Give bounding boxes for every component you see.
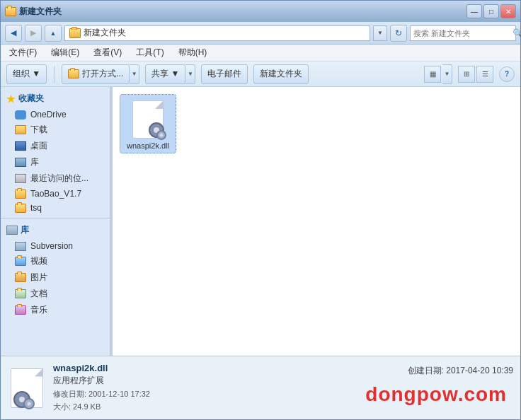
file-item-dll[interactable]: wnaspi2k.dll bbox=[120, 94, 176, 153]
organize-group: 组织 ▼ bbox=[6, 64, 47, 84]
organize-label: 组织 ▼ bbox=[13, 68, 40, 80]
taobao-label: TaoBao_V1.7 bbox=[30, 189, 81, 199]
large-icons-button[interactable]: ⊞ bbox=[458, 66, 475, 83]
sidebar-item-desktop[interactable]: 桌面 bbox=[1, 138, 110, 154]
title-bar: 新建文件夹 — □ ✕ bbox=[1, 1, 520, 22]
favorites-section[interactable]: ★ 收藏夹 bbox=[1, 90, 110, 107]
photo-label: 图片 bbox=[30, 272, 47, 284]
taobao-folder-icon bbox=[15, 189, 26, 199]
close-button[interactable]: ✕ bbox=[500, 4, 516, 18]
desktop-icon bbox=[15, 141, 26, 151]
address-text: 新建文件夹 bbox=[84, 27, 126, 39]
file-label: wnaspi2k.dll bbox=[127, 141, 169, 150]
share-group: 共享 ▼ ▼ bbox=[145, 64, 195, 84]
video-label: 视频 bbox=[30, 255, 47, 267]
video-icon bbox=[15, 257, 26, 266]
gear-overlay bbox=[147, 120, 166, 140]
doc-label: 文档 bbox=[30, 288, 47, 300]
sidebar-item-subversion[interactable]: Subversion bbox=[1, 239, 110, 253]
open-with-dropdown[interactable]: ▼ bbox=[130, 64, 139, 84]
sidebar-item-photo[interactable]: 图片 bbox=[1, 269, 110, 286]
back-button[interactable]: ◀ bbox=[5, 25, 22, 42]
sidebar-item-library[interactable]: 库 bbox=[1, 154, 110, 170]
main-window: 新建文件夹 — □ ✕ ◀ ▶ ▲ 新建文件夹 ▼ ↻ 🔍 文件(F) 编辑(E… bbox=[0, 0, 521, 420]
forward-button[interactable]: ▶ bbox=[25, 25, 42, 42]
doc-icon bbox=[15, 289, 26, 298]
photo-icon bbox=[15, 273, 26, 282]
menu-edit[interactable]: 编辑(E) bbox=[48, 45, 82, 60]
help-button[interactable]: ? bbox=[499, 66, 515, 82]
share-dropdown[interactable]: ▼ bbox=[185, 64, 195, 84]
library-section[interactable]: 库 bbox=[1, 221, 110, 239]
desktop-label: 桌面 bbox=[30, 140, 47, 152]
organize-button[interactable]: 组织 ▼ bbox=[6, 64, 47, 84]
new-folder-label: 新建文件夹 bbox=[260, 68, 302, 80]
open-with-button[interactable]: 打开方式... bbox=[62, 64, 130, 84]
music-label: 音乐 bbox=[30, 304, 47, 316]
recent-icon bbox=[15, 174, 26, 183]
sidebar: ★ 收藏夹 OneDrive 下载 桌面 库 最近访问的位... bbox=[1, 87, 110, 356]
share-button[interactable]: 共享 ▼ bbox=[145, 64, 185, 84]
status-bar: wnaspi2k.dll 应用程序扩展 修改日期: 2001-12-10 17:… bbox=[1, 356, 520, 419]
sidebar-item-taobao[interactable]: TaoBao_V1.7 bbox=[1, 187, 110, 201]
star-icon: ★ bbox=[6, 93, 16, 105]
status-gear-small bbox=[23, 398, 35, 409]
sidebar-item-doc[interactable]: 文档 bbox=[1, 286, 110, 302]
favorites-label: 收藏夹 bbox=[18, 93, 44, 105]
view-controls: ▦ ▼ ⊞ ☰ ? bbox=[424, 64, 515, 84]
email-button[interactable]: 电子邮件 bbox=[201, 64, 248, 84]
status-info: wnaspi2k.dll 应用程序扩展 修改日期: 2001-12-10 17:… bbox=[53, 363, 401, 413]
sidebar-item-music[interactable]: 音乐 bbox=[1, 302, 110, 318]
up-button[interactable]: ▲ bbox=[45, 25, 62, 42]
details-button[interactable]: ☰ bbox=[476, 66, 493, 83]
subversion-icon bbox=[15, 242, 26, 251]
sidebar-item-tsq[interactable]: tsq bbox=[1, 201, 110, 215]
toolbar: 组织 ▼ 打开方式... ▼ 共享 ▼ ▼ 电子邮件 新建文件夹 ▦ ▼ bbox=[1, 62, 520, 87]
window-title: 新建文件夹 bbox=[19, 6, 62, 18]
menu-file[interactable]: 文件(F) bbox=[6, 45, 40, 60]
tsq-label: tsq bbox=[30, 203, 42, 213]
sidebar-item-onedrive[interactable]: OneDrive bbox=[1, 107, 110, 122]
sidebar-item-video[interactable]: 视频 bbox=[1, 253, 110, 269]
open-with-label: 打开方式... bbox=[82, 68, 123, 80]
address-dropdown-button[interactable]: ▼ bbox=[373, 25, 387, 41]
share-label: 共享 ▼ bbox=[151, 68, 179, 80]
status-type: 应用程序扩展 bbox=[53, 375, 401, 387]
view-mode-button[interactable]: ▦ bbox=[424, 66, 441, 83]
search-input[interactable] bbox=[413, 29, 511, 37]
toolbar-separator-1 bbox=[54, 66, 55, 83]
library-section-icon bbox=[6, 226, 18, 235]
refresh-button[interactable]: ↻ bbox=[390, 25, 407, 42]
new-folder-button[interactable]: 新建文件夹 bbox=[253, 64, 309, 84]
status-size: 大小: 24.9 KB bbox=[53, 401, 401, 414]
view-mode-dropdown[interactable]: ▼ bbox=[442, 64, 452, 84]
status-created: 创建日期: 2017-04-20 10:39 bbox=[408, 361, 513, 377]
menu-view[interactable]: 查看(V) bbox=[91, 45, 125, 60]
maximize-button[interactable]: □ bbox=[483, 4, 499, 18]
library-section-label: 库 bbox=[21, 224, 29, 236]
onedrive-icon bbox=[15, 110, 26, 119]
menu-help[interactable]: 帮助(H) bbox=[176, 45, 210, 60]
title-bar-left: 新建文件夹 bbox=[5, 6, 466, 18]
onedrive-label: OneDrive bbox=[30, 110, 67, 119]
sidebar-divider bbox=[1, 218, 110, 218]
search-icon[interactable]: 🔍 bbox=[513, 28, 521, 39]
library-icon bbox=[15, 158, 26, 167]
library-label: 库 bbox=[30, 156, 39, 168]
status-filename: wnaspi2k.dll bbox=[53, 363, 401, 373]
email-label: 电子邮件 bbox=[207, 68, 241, 80]
status-modified: 修改日期: 2001-12-10 17:32 bbox=[53, 388, 401, 401]
sidebar-item-download[interactable]: 下载 bbox=[1, 122, 110, 138]
sidebar-item-recent[interactable]: 最近访问的位... bbox=[1, 170, 110, 187]
address-path[interactable]: 新建文件夹 bbox=[64, 25, 370, 41]
menu-tools[interactable]: 工具(T) bbox=[133, 45, 166, 60]
file-area[interactable]: wnaspi2k.dll bbox=[113, 87, 520, 356]
music-icon bbox=[15, 305, 26, 315]
minimize-button[interactable]: — bbox=[466, 4, 482, 18]
open-with-folder-icon bbox=[68, 69, 79, 78]
subversion-label: Subversion bbox=[30, 241, 73, 251]
path-folder-icon bbox=[69, 28, 81, 38]
open-with-group: 打开方式... ▼ bbox=[62, 64, 139, 84]
search-box: 🔍 bbox=[410, 25, 516, 41]
window-icon bbox=[5, 6, 16, 17]
